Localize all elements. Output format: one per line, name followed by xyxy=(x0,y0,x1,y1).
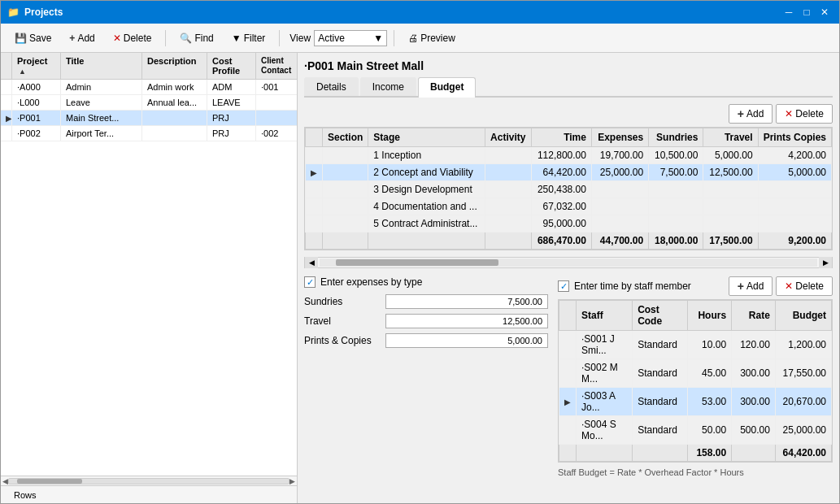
std-hours: 53.00 xyxy=(688,388,732,416)
td-client-contact xyxy=(256,111,297,125)
preview-icon: 🖨 xyxy=(408,33,418,44)
budget-add-button[interactable]: + Add xyxy=(729,104,773,124)
bth-prints-copies[interactable]: Prints Copies xyxy=(758,128,831,147)
hscroll-right-arrow-icon[interactable]: ▶ xyxy=(819,257,832,268)
staff-row[interactable]: ▶ ·S003 A Jo... Standard 53.00 300.00 20… xyxy=(559,388,832,416)
find-button[interactable]: 🔍 Find xyxy=(172,29,220,47)
btd-section xyxy=(323,164,368,181)
btd-indicator: ▶ xyxy=(306,164,323,181)
tab-details[interactable]: Details xyxy=(304,77,359,96)
prints-copies-input[interactable] xyxy=(385,333,548,348)
view-dropdown[interactable]: Active ▼ xyxy=(314,30,387,46)
expenses-header: Enter expenses by type xyxy=(304,276,548,288)
hscroll-left-arrow-icon[interactable]: ◀ xyxy=(305,257,318,268)
btd-time: 95,000.00 xyxy=(531,215,591,232)
table-row[interactable]: ·L000 Leave Annual lea... LEAVE xyxy=(1,95,297,111)
budget-row[interactable]: ▶ 2 Concept and Viability 64,420.00 25,0… xyxy=(306,164,832,181)
staff-note: Staff Budget = Rate * Overhead Factor * … xyxy=(558,467,833,477)
td-description: Annual lea... xyxy=(142,95,207,110)
travel-input[interactable] xyxy=(385,314,548,328)
btd-travel xyxy=(703,181,758,198)
budget-row[interactable]: 3 Design Development 250,438.00 xyxy=(306,181,832,198)
scroll-right-arrow-icon[interactable]: ▶ xyxy=(289,477,295,485)
td-indicator xyxy=(1,80,12,94)
budget-row[interactable]: 4 Documentation and ... 67,032.00 xyxy=(306,198,832,215)
maximize-button[interactable]: □ xyxy=(799,4,815,20)
std-rate: 500.00 xyxy=(732,416,776,445)
staff-row[interactable]: ·S001 J Smi... Standard 10.00 120.00 1,2… xyxy=(559,331,832,359)
budget-footer-row: 686,470.00 44,700.00 18,000.00 17,500.00… xyxy=(306,232,832,250)
budget-horizontal-scrollbar[interactable]: ◀ ▶ xyxy=(304,257,833,268)
sth-rate[interactable]: Rate xyxy=(732,301,776,331)
th-client-contact[interactable]: Client Contact xyxy=(256,53,297,79)
bth-section[interactable]: Section xyxy=(323,128,368,147)
budget-row[interactable]: 5 Contract Administrat... 95,000.00 xyxy=(306,215,832,232)
staff-delete-icon: ✕ xyxy=(785,280,793,292)
expenses-checkbox[interactable] xyxy=(304,276,316,288)
sundries-input[interactable] xyxy=(385,294,548,309)
bft-indicator xyxy=(306,232,323,250)
staff-checkbox[interactable] xyxy=(558,280,569,292)
save-button[interactable]: 💾 Save xyxy=(7,29,59,47)
tab-income[interactable]: Income xyxy=(360,77,416,96)
staff-delete-button[interactable]: ✕ Delete xyxy=(776,276,833,296)
std-cost-code: Standard xyxy=(633,416,688,445)
left-horizontal-scrollbar[interactable]: ◀ ▶ xyxy=(1,476,297,485)
btd-stage: 5 Contract Administrat... xyxy=(368,215,485,232)
btd-stage: 4 Documentation and ... xyxy=(368,198,485,215)
btd-activity xyxy=(485,215,532,232)
btd-time: 64,420.00 xyxy=(531,164,591,181)
bft-section xyxy=(323,232,368,250)
hscrollbar-thumb[interactable] xyxy=(336,259,498,266)
btd-section xyxy=(323,198,368,215)
std-hours: 50.00 xyxy=(688,416,732,445)
bth-activity[interactable]: Activity xyxy=(485,128,532,147)
tab-rows[interactable]: Rows xyxy=(6,489,45,502)
sth-hours[interactable]: Hours xyxy=(688,301,732,331)
th-title[interactable]: Title xyxy=(61,53,142,79)
th-project[interactable]: Project ▲ xyxy=(12,53,61,79)
bth-sundries[interactable]: Sundries xyxy=(649,128,703,147)
close-button[interactable]: ✕ xyxy=(816,4,833,20)
filter-button[interactable]: ▼ Filter xyxy=(224,29,273,47)
add-button[interactable]: + Add xyxy=(62,29,102,47)
table-row[interactable]: ▶ ·P001 Main Street... PRJ xyxy=(1,111,297,126)
th-indicator xyxy=(1,53,12,79)
project-title: ·P001 Main Street Mall xyxy=(304,59,833,72)
btd-indicator xyxy=(306,198,323,215)
btd-expenses: 25,000.00 xyxy=(591,164,648,181)
staff-row[interactable]: ·S002 M M... Standard 45.00 300.00 17,55… xyxy=(559,359,832,388)
budget-row[interactable]: 1 Inception 112,800.00 19,700.00 10,500.… xyxy=(306,147,832,164)
btd-indicator xyxy=(306,181,323,198)
delete-button[interactable]: ✕ Delete xyxy=(106,29,159,47)
staff-add-icon: + xyxy=(738,280,744,293)
budget-table: Section Stage Activity Time Expenses Sun… xyxy=(305,128,832,250)
scrollbar-thumb[interactable] xyxy=(17,479,82,484)
th-description[interactable]: Description xyxy=(142,53,207,79)
minimize-button[interactable]: ─ xyxy=(781,4,797,20)
bth-expenses[interactable]: Expenses xyxy=(591,128,648,147)
sft-staff xyxy=(577,445,633,462)
scroll-left-arrow-icon[interactable]: ◀ xyxy=(2,477,8,485)
table-row[interactable]: ·P002 Airport Ter... PRJ ·002 xyxy=(1,126,297,141)
sth-cost-code[interactable]: Cost Code xyxy=(633,301,688,331)
td-cost-profile: PRJ xyxy=(207,111,256,125)
staff-add-button[interactable]: + Add xyxy=(729,276,773,296)
std-rate: 300.00 xyxy=(732,359,776,388)
preview-button[interactable]: 🖨 Preview xyxy=(401,29,463,47)
btd-expenses xyxy=(591,215,648,232)
td-project: ·L000 xyxy=(12,95,61,110)
bth-travel[interactable]: Travel xyxy=(703,128,758,147)
sth-staff[interactable]: Staff xyxy=(577,301,633,331)
tab-budget[interactable]: Budget xyxy=(418,77,476,98)
bth-time[interactable]: Time xyxy=(531,128,591,147)
td-indicator xyxy=(1,95,12,110)
staff-row[interactable]: ·S004 S Mo... Standard 50.00 500.00 25,0… xyxy=(559,416,832,445)
bth-stage[interactable]: Stage xyxy=(368,128,485,147)
sth-budget[interactable]: Budget xyxy=(775,301,831,331)
table-row[interactable]: ·A000 Admin Admin work ADM ·001 xyxy=(1,80,297,95)
btd-sundries xyxy=(649,181,703,198)
th-cost-profile[interactable]: Cost Profile xyxy=(207,53,256,79)
budget-delete-button[interactable]: ✕ Delete xyxy=(776,104,833,124)
std-cost-code: Standard xyxy=(633,359,688,388)
